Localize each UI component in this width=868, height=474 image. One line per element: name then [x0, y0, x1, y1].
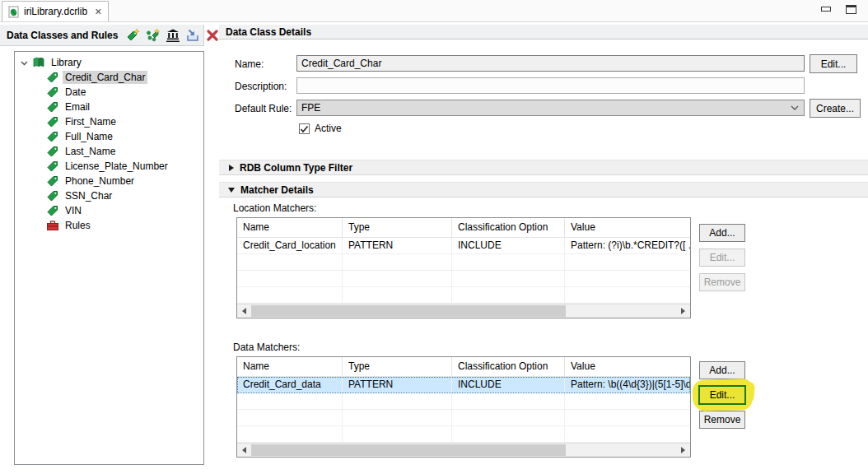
tree-item-label: Credit_Card_Char [63, 71, 147, 84]
cell-value: Pattern: (?i)\b.*CREDIT?([ ._\-\ [565, 238, 690, 253]
tree-item-ssn-char[interactable]: SSN_Char [15, 188, 203, 203]
horizontal-scrollbar[interactable] [237, 443, 690, 457]
table-empty-row[interactable] [237, 254, 690, 271]
empty-cell [237, 426, 343, 442]
delete-icon[interactable] [205, 28, 220, 43]
location-remove-button[interactable]: Remove [699, 273, 745, 291]
table-empty-row[interactable] [237, 410, 690, 426]
column-header-name[interactable]: Name [237, 218, 343, 237]
active-checkbox[interactable] [299, 123, 310, 134]
tree-item-phone-number[interactable]: Phone_Number [15, 174, 203, 188]
tree-item-rules[interactable]: Rules [15, 218, 203, 233]
tree-item-library[interactable]: Library [15, 55, 203, 70]
library-book-icon [32, 56, 45, 69]
create-rule-button[interactable]: Create... [810, 99, 861, 118]
section-title: RDB Column Type Filter [240, 162, 352, 174]
name-label: Name: [235, 58, 264, 70]
cell-classification-option: INCLUDE [452, 238, 565, 253]
tree-item-license-plate-number[interactable]: License_Plate_Number [15, 159, 203, 174]
empty-cell [565, 410, 690, 425]
import-from-catalog-icon[interactable] [166, 28, 180, 43]
section-rdb-column-type-filter[interactable]: RDB Column Type Filter [219, 160, 868, 175]
minimize-icon [821, 7, 831, 12]
maximize-view-button[interactable] [842, 2, 860, 16]
scroll-right-icon[interactable] [676, 444, 690, 457]
tree-item-last-name[interactable]: Last_Name [15, 144, 203, 159]
column-header-value[interactable]: Value [565, 357, 690, 376]
scrollbar-thumb[interactable] [251, 444, 566, 456]
empty-cell [452, 393, 565, 409]
location-matchers-label: Location Matchers: [233, 202, 316, 214]
active-label: Active [315, 123, 342, 134]
table-empty-row[interactable] [237, 271, 690, 287]
location-add-button[interactable]: Add... [699, 224, 745, 242]
empty-cell [565, 287, 690, 303]
dcrlib-file-icon [7, 6, 20, 18]
location-edit-button[interactable]: Edit... [699, 249, 745, 267]
table-empty-row[interactable] [237, 426, 690, 443]
tree-item-label: Full_Name [63, 130, 115, 143]
column-header-classification-option[interactable]: Classification Option [452, 218, 565, 237]
table-row-selected[interactable]: Credit_Card_data PATTERN INCLUDE Pattern… [237, 377, 690, 393]
data-remove-button[interactable]: Remove [699, 411, 745, 429]
empty-cell [237, 393, 343, 409]
new-data-class-icon[interactable] [126, 28, 141, 43]
section-title: Matcher Details [240, 184, 314, 196]
empty-cell [565, 426, 690, 442]
column-header-name[interactable]: Name [237, 357, 343, 376]
description-field[interactable] [296, 77, 805, 94]
collapsed-arrow-icon [229, 165, 234, 171]
library-tree: Library Credit_Card_Char Date Email Firs… [14, 51, 204, 465]
tree-item-label: Email [63, 100, 92, 114]
scroll-left-icon[interactable] [237, 444, 251, 457]
empty-cell [237, 287, 343, 303]
table-empty-row[interactable] [237, 393, 690, 410]
scroll-left-icon[interactable] [237, 304, 251, 318]
chevron-expanded-icon[interactable] [20, 58, 29, 67]
column-header-type[interactable]: Type [343, 218, 452, 237]
table-header-row: Name Type Classification Option Value [237, 218, 690, 238]
data-class-tag-icon [46, 115, 59, 128]
empty-cell [565, 254, 690, 270]
toolbar-icons [126, 28, 220, 43]
data-class-tag-icon [46, 71, 59, 84]
default-rule-select[interactable]: FPE [296, 100, 805, 116]
tree-item-email[interactable]: Email [15, 100, 203, 114]
scrollbar-thumb[interactable] [251, 305, 566, 317]
empty-cell [452, 426, 565, 442]
data-class-tag-icon [46, 189, 59, 202]
import-icon[interactable] [185, 28, 200, 43]
empty-cell [343, 426, 452, 442]
table-row[interactable]: Credit_Card_location PATTERN INCLUDE Pat… [237, 238, 690, 254]
tree-item-full-name[interactable]: Full_Name [15, 129, 203, 144]
tree-item-first-name[interactable]: First_Name [15, 114, 203, 129]
editor-tab[interactable]: iriLibrary.dcrlib × [2, 1, 109, 21]
default-rule-label: Default Rule: [235, 103, 292, 114]
table-empty-row[interactable] [237, 287, 690, 304]
tree-item-credit-card-char[interactable]: Credit_Card_Char [15, 70, 203, 85]
empty-cell [565, 271, 690, 286]
tree-item-label: Rules [63, 219, 93, 232]
column-header-type[interactable]: Type [343, 357, 452, 376]
column-header-value[interactable]: Value [565, 218, 690, 237]
name-edit-button[interactable]: Edit... [810, 54, 857, 73]
horizontal-scrollbar[interactable] [237, 304, 690, 318]
name-field[interactable]: Credit_Card_Char [296, 55, 805, 72]
details-title: Data Class Details [226, 26, 311, 38]
empty-cell [452, 254, 565, 270]
data-classes-toolbar: Data Classes and Rules [0, 25, 204, 46]
tab-close-icon[interactable]: × [95, 7, 101, 16]
data-add-button[interactable]: Add... [699, 361, 745, 379]
empty-cell [343, 393, 452, 409]
column-header-classification-option[interactable]: Classification Option [452, 357, 565, 376]
data-class-tag-icon [46, 160, 59, 173]
section-matcher-details[interactable]: Matcher Details [219, 182, 868, 198]
minimize-view-button[interactable] [817, 2, 835, 16]
new-data-class-group-icon[interactable] [146, 28, 161, 43]
scroll-right-icon[interactable] [676, 304, 690, 318]
tree-item-vin[interactable]: VIN [15, 203, 203, 218]
data-edit-button[interactable]: Edit... [698, 385, 746, 405]
left-panel-title: Data Classes and Rules [7, 30, 118, 41]
tree-item-date[interactable]: Date [15, 85, 203, 100]
empty-cell [237, 254, 343, 270]
